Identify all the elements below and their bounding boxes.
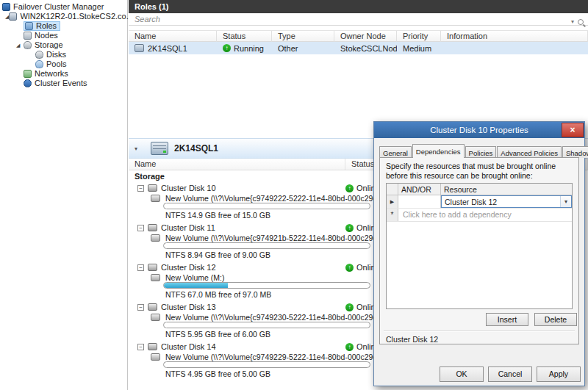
tree-item-failover-cluster-manager[interactable]: Failover Cluster Manager <box>0 2 127 12</box>
online-status-icon: ↑ <box>345 264 354 272</box>
disk-name: Cluster Disk 11 <box>161 223 215 232</box>
volume-path: New Volume (\\?\Volume{c974921b-5222-11e… <box>165 234 406 242</box>
collapse-box-icon[interactable]: − <box>137 185 144 192</box>
column-header-owner-node[interactable]: Owner Node <box>334 31 397 42</box>
disk-icon <box>148 224 157 231</box>
column-header-status[interactable]: Status <box>217 31 272 42</box>
roles-panel-header: Roles (1) <box>129 0 588 13</box>
search-placeholder: Search <box>135 15 160 24</box>
selected-tree-item[interactable]: Roles <box>24 21 60 31</box>
disk-name: Cluster Disk 12 <box>161 263 216 272</box>
panel-title: Roles (1) <box>135 2 168 11</box>
new-dependency-row[interactable]: * Click here to add a dependency <box>387 209 572 222</box>
role-owner-node: StokeCSCLNode1 <box>340 44 397 53</box>
storage-icon <box>24 41 32 49</box>
search-icon[interactable] <box>578 19 584 25</box>
role-row-2k14sql1[interactable]: 2K14SQL1 ↑ Running Other StokeCSCLNode1 … <box>129 42 588 54</box>
tab-general[interactable]: General <box>379 146 412 158</box>
disk-name: Cluster Disk 14 <box>161 342 216 351</box>
capacity-text: NTFS 67.0 MB free of 97.0 MB <box>165 290 271 299</box>
capacity-bar <box>163 322 370 328</box>
grid-header-row: AND/OR Resource <box>387 184 572 195</box>
tree-item-cluster-events[interactable]: Cluster Events <box>0 79 127 88</box>
cluster-events-icon <box>24 79 32 87</box>
tab-policies[interactable]: Policies <box>465 146 497 158</box>
cluster-manager-icon <box>2 3 10 11</box>
disk-name: Cluster Disk 13 <box>161 303 216 311</box>
capacity-text: NTFS 5.95 GB free of 6.00 GB <box>165 330 270 339</box>
collapse-box-icon[interactable]: − <box>137 304 144 311</box>
tree-item-nodes[interactable]: Nodes <box>0 31 127 40</box>
role-type: Other <box>278 44 298 53</box>
dependency-grid: AND/OR Resource ▶ Cluster Disk 12 ▾ * Cl… <box>386 183 573 309</box>
disks-icon <box>35 51 43 59</box>
apply-button[interactable]: Apply <box>537 366 581 382</box>
cancel-button[interactable]: Cancel <box>488 366 532 382</box>
running-status-icon: ↑ <box>223 44 231 52</box>
tree-label: Cluster Events <box>35 79 87 88</box>
column-header-type[interactable]: Type <box>272 31 334 42</box>
capacity-bar <box>163 242 370 249</box>
add-dependency-hint[interactable]: Click here to add a dependency <box>398 209 572 221</box>
role-status: Running <box>234 44 264 53</box>
volume-icon <box>151 234 160 242</box>
tree-item-cluster[interactable]: ◢ WIN2K12R2-01.StokeCS2.co.uk <box>0 12 127 21</box>
grid-column-andor: AND/OR <box>398 184 441 195</box>
instruction-text: Specify the resources that must be broug… <box>386 162 573 181</box>
search-input[interactable]: Search ▾ <box>129 13 588 26</box>
volume-icon <box>151 353 160 361</box>
tree-item-disks[interactable]: Disks <box>0 50 127 59</box>
tree-label: Networks <box>35 69 68 79</box>
volume-path: New Volume (\\?\Volume{c9749222-5222-11e… <box>165 194 406 203</box>
search-options-chevron-icon[interactable]: ▾ <box>571 15 574 28</box>
tab-advanced-policies[interactable]: Advanced Policies <box>497 146 562 158</box>
tree-item-storage[interactable]: ◢ Storage <box>0 40 127 50</box>
collapse-box-icon[interactable]: − <box>137 344 144 350</box>
volume-path: New Volume (\\?\Volume{c9749229-5222-11e… <box>165 353 406 361</box>
dialog-title-bar[interactable]: Cluster Disk 10 Properties <box>374 122 584 138</box>
tree-item-networks[interactable]: Networks <box>0 69 127 79</box>
online-status-icon: ↑ <box>345 343 354 351</box>
tree-item-pools[interactable]: Pools <box>0 59 127 69</box>
detail-title: 2K14SQL1 <box>174 143 218 154</box>
grid-column-resource: Resource <box>441 184 572 195</box>
expanded-arrow-icon[interactable]: ◢ <box>16 40 24 50</box>
column-header-name[interactable]: Name <box>129 31 217 42</box>
disk-icon <box>148 303 157 311</box>
collapse-chevron-icon[interactable]: ▾ <box>135 145 143 152</box>
tree-label: Pools <box>46 59 67 69</box>
row-pointer-icon: ▶ <box>387 195 398 208</box>
ok-button[interactable]: OK <box>440 366 484 382</box>
insert-button[interactable]: Insert <box>486 313 528 326</box>
role-priority: Medium <box>403 44 431 53</box>
disk-icon <box>148 343 157 350</box>
cluster-disk-properties-dialog: Cluster Disk 10 Properties × General Dep… <box>373 121 585 386</box>
nodes-icon <box>24 32 32 40</box>
navigation-tree: Failover Cluster Manager ◢ WIN2K12R2-01.… <box>0 0 128 390</box>
capacity-text: NTFS 4.95 GB free of 5.00 GB <box>165 369 270 378</box>
detail-column-name[interactable]: Name <box>129 159 345 170</box>
capacity-text: NTFS 14.9 GB free of 15.0 GB <box>165 211 270 220</box>
column-header-priority[interactable]: Priority <box>397 31 441 42</box>
andor-cell[interactable] <box>398 195 441 208</box>
dependency-summary: Cluster Disk 12 <box>386 335 438 344</box>
online-status-icon: ↑ <box>345 224 354 232</box>
disk-icon <box>148 264 157 271</box>
delete-button[interactable]: Delete <box>534 313 577 326</box>
tree-item-roles[interactable]: Roles <box>0 21 127 31</box>
collapse-box-icon[interactable]: − <box>137 225 144 231</box>
close-button[interactable]: × <box>562 123 584 137</box>
tree-label: Disks <box>46 50 66 59</box>
dependencies-tab-page: Specify the resources that must be broug… <box>379 157 579 344</box>
column-header-information[interactable]: Information <box>441 31 588 42</box>
pools-icon <box>35 60 43 68</box>
divider <box>384 331 575 331</box>
tab-dependencies[interactable]: Dependencies <box>412 144 465 158</box>
resource-combobox[interactable]: Cluster Disk 12 ▾ <box>441 195 572 208</box>
tab-shadow-copies[interactable]: Shadow Copies <box>562 146 588 158</box>
tree-label: Storage <box>35 40 63 50</box>
chevron-down-icon[interactable]: ▾ <box>560 196 571 207</box>
dependency-row[interactable]: ▶ Cluster Disk 12 ▾ <box>387 195 572 209</box>
collapse-box-icon[interactable]: − <box>137 264 144 271</box>
volume-icon <box>151 195 160 202</box>
